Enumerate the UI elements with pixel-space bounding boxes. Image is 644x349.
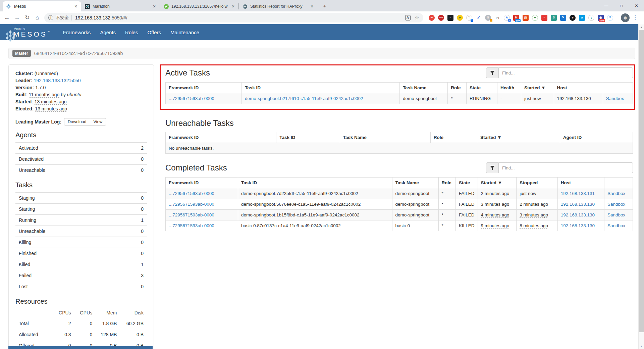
table-cell: just now: [517, 188, 558, 199]
tab-marathon[interactable]: Marathon ✕: [81, 1, 160, 11]
column-header[interactable]: Framework ID: [166, 178, 238, 188]
column-header[interactable]: Started ▼: [477, 132, 560, 143]
extension-icon-4[interactable]: +: [457, 15, 463, 21]
cell-link[interactable]: Sandbox: [607, 191, 625, 196]
scroll-down-icon[interactable]: ▼: [639, 343, 644, 349]
cell-link[interactable]: 192.168.133.130: [561, 202, 595, 207]
browser-menu-icon[interactable]: ⋮: [630, 14, 641, 21]
nav-item-maintenance[interactable]: Maintenance: [166, 24, 204, 40]
download-button[interactable]: Download: [64, 118, 90, 126]
mesos-brand[interactable]: Apache MESOS™: [5, 27, 50, 38]
column-header[interactable]: Task ID: [242, 83, 400, 93]
extension-icon-9[interactable]: A≡: [504, 15, 510, 21]
maximize-button[interactable]: □: [614, 0, 629, 11]
site-info-icon[interactable]: i: [48, 15, 53, 20]
extension-icon-18[interactable]: ↓: [588, 15, 594, 21]
column-header[interactable]: Task Name: [392, 178, 438, 188]
cell-link[interactable]: 192.168.133.131: [561, 191, 595, 196]
column-header[interactable]: State: [456, 178, 478, 188]
column-header[interactable]: Framework ID: [166, 83, 242, 93]
column-header[interactable]: Task ID: [276, 132, 340, 143]
column-header[interactable]: Role: [448, 83, 467, 93]
column-header[interactable]: Framework ID: [166, 132, 276, 143]
extension-icon-13[interactable]: ≡: [541, 15, 547, 21]
extension-icon-11[interactable]: 折: [523, 15, 529, 21]
column-header[interactable]: [604, 178, 633, 188]
column-header[interactable]: State: [467, 83, 497, 93]
find-input[interactable]: [499, 67, 633, 78]
extension-icon-10[interactable]: M99+: [513, 15, 519, 21]
cell-link[interactable]: Sandbox: [607, 223, 625, 228]
nav-item-offers[interactable]: Offers: [143, 24, 166, 40]
cell-link[interactable]: ...7295671593ab-0000: [169, 191, 214, 196]
extension-icon-19[interactable]: ◉New: [598, 15, 604, 21]
column-header[interactable]: Host: [557, 178, 604, 188]
page-scrollbar[interactable]: ▲ ▼: [638, 24, 644, 349]
scrollbar-thumb[interactable]: [639, 30, 644, 332]
nav-item-frameworks[interactable]: Frameworks: [58, 24, 96, 40]
tab-close-icon[interactable]: ✕: [230, 4, 236, 9]
tab-spring-hello[interactable]: 192.168.133.131:31657/hello w ✕: [160, 1, 238, 11]
cell-link[interactable]: ...7295671593ab-0000: [169, 223, 214, 228]
find-input[interactable]: [499, 162, 633, 173]
column-header[interactable]: Task Name: [399, 83, 447, 93]
stat-label: Deactivated: [19, 156, 44, 162]
column-header[interactable]: Task ID: [238, 178, 392, 188]
nav-item-roles[interactable]: Roles: [120, 24, 143, 40]
leader-link[interactable]: 192.168.133.132:5050: [34, 78, 80, 83]
tab-mesos[interactable]: Mesos ✕: [3, 1, 81, 11]
reload-icon[interactable]: ↻: [22, 13, 32, 23]
extension-icon-1[interactable]: ∞: [429, 15, 435, 21]
cell-link[interactable]: demo-springboot.b217f610-c1a5-11e9-aaf9-…: [245, 96, 363, 101]
scroll-up-icon[interactable]: ▲: [639, 24, 644, 30]
column-header[interactable]: Agent ID: [560, 132, 633, 143]
cell-link[interactable]: ...7295671593ab-0000: [169, 96, 214, 101]
minimize-button[interactable]: —: [599, 0, 614, 11]
cell-link[interactable]: 192.168.133.130: [561, 212, 595, 217]
extension-icon-2[interactable]: ABP: [438, 15, 444, 21]
extension-icon-16[interactable]: e: [570, 15, 576, 21]
profile-avatar[interactable]: ☻: [621, 13, 630, 22]
translate-icon[interactable]: A: [405, 15, 411, 20]
nav-item-agents[interactable]: Agents: [95, 24, 120, 40]
home-icon[interactable]: ⌂: [32, 13, 42, 23]
back-icon[interactable]: ←: [2, 13, 12, 23]
tab-haproxy-stats[interactable]: Statistics Report for HAProxy ✕: [239, 1, 317, 11]
cell-link[interactable]: Sandbox: [607, 202, 625, 207]
tab-close-icon[interactable]: ✕: [309, 4, 315, 9]
filter-funnel-icon[interactable]: [486, 162, 499, 173]
cell-link[interactable]: 192.168.133.130: [561, 223, 595, 228]
column-header[interactable]: Role: [438, 178, 456, 188]
new-tab-button[interactable]: +: [320, 1, 329, 10]
column-header[interactable]: [603, 83, 633, 93]
column-header[interactable]: Health: [497, 83, 521, 93]
cell-link[interactable]: Sandbox: [607, 212, 625, 217]
forward-icon[interactable]: →: [12, 13, 22, 23]
extension-icon-12[interactable]: ♣: [532, 15, 538, 21]
filter-funnel-icon[interactable]: [486, 67, 499, 78]
cell-link[interactable]: ...7295671593ab-0000: [169, 202, 214, 207]
address-bar[interactable]: i 不安全 192.168.133.132 :5050/#/ A ☆: [44, 13, 423, 22]
cell-link[interactable]: ...7295671593ab-0000: [169, 212, 214, 217]
view-button[interactable]: View: [90, 118, 106, 126]
column-header[interactable]: Stopped: [517, 178, 558, 188]
tab-close-icon[interactable]: ✕: [152, 4, 157, 9]
column-header[interactable]: Task Name: [340, 132, 430, 143]
extension-icon-7[interactable]: G1: [485, 15, 491, 21]
extension-icon-17[interactable]: »: [579, 15, 585, 21]
column-header[interactable]: Started ▼: [478, 178, 517, 188]
column-header[interactable]: Started ▼: [521, 83, 554, 93]
cell-link[interactable]: Sandbox: [606, 96, 624, 101]
extension-icon-20[interactable]: *: [607, 15, 613, 21]
extension-icon-5[interactable]: ∵1: [466, 15, 472, 21]
bookmark-star-icon[interactable]: ☆: [415, 14, 419, 21]
extension-icon-6[interactable]: ✓: [476, 15, 482, 21]
extension-icon-15[interactable]: ✎: [560, 15, 566, 21]
column-header[interactable]: Host: [554, 83, 603, 93]
extension-icon-14[interactable]: S: [551, 15, 557, 21]
extension-icon-3[interactable]: ●●: [447, 15, 453, 21]
close-window-button[interactable]: ✕: [629, 0, 644, 11]
extension-icon-8[interactable]: (≡): [494, 15, 500, 21]
column-header[interactable]: Role: [430, 132, 477, 143]
tab-close-icon[interactable]: ✕: [73, 4, 78, 9]
